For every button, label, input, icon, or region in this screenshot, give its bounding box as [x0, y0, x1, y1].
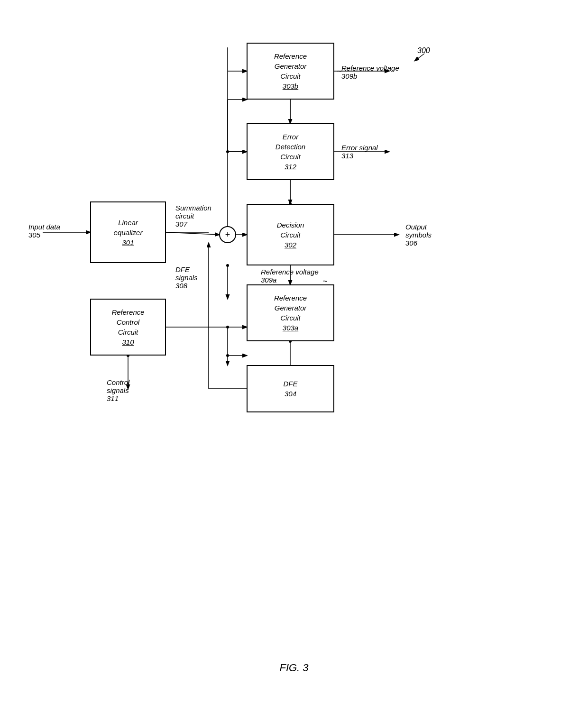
label-error-signal-313: Error signal313 [341, 144, 378, 160]
svg-point-21 [226, 264, 229, 267]
label-ref-voltage-309b: Reference voltage309b [341, 64, 399, 80]
svg-line-2 [166, 232, 219, 235]
block-ref-ctrl-310: ReferenceControlCircuit310 [90, 299, 166, 356]
block-ref-gen-303a-label: ReferenceGeneratorCircuit303a [274, 293, 307, 333]
fig-label: FIG. 3 [279, 662, 308, 674]
block-ref-ctrl-310-label: ReferenceControlCircuit310 [111, 307, 144, 347]
svg-point-11 [226, 150, 229, 153]
label-ref-voltage-309a: Reference voltage309a [261, 268, 319, 284]
block-decision-302: DecisionCircuit302 [247, 204, 334, 265]
svg-point-27 [226, 326, 229, 329]
diagram-container: ReferenceGeneratorCircuit303b ErrorDetec… [28, 19, 550, 446]
summation-circle: + [219, 226, 236, 243]
block-dfe-304-label: DFE304 [284, 379, 298, 399]
block-error-detect-312-label: ErrorDetectionCircuit312 [276, 132, 305, 172]
svg-line-37 [415, 54, 424, 61]
tilde-309b: ~ [337, 66, 342, 76]
svg-point-36 [226, 354, 229, 357]
label-summation-circuit: Summationcircuit307 [175, 204, 211, 228]
block-ref-gen-303b-label: ReferenceGeneratorCircuit303b [274, 51, 307, 91]
block-error-detect-312: ErrorDetectionCircuit312 [247, 123, 334, 180]
tilde-309a: ~ [322, 276, 328, 286]
block-ref-gen-303b: ReferenceGeneratorCircuit303b [247, 43, 334, 100]
block-linear-eq-301: Linearequalizer301 [90, 201, 166, 263]
label-dfe-signals: DFEsignals308 [175, 265, 198, 290]
block-linear-eq-301-label: Linearequalizer301 [114, 218, 143, 247]
arrow-300 [413, 51, 427, 63]
block-ref-gen-303a: ReferenceGeneratorCircuit303a [247, 284, 334, 341]
block-dfe-304: DFE304 [247, 365, 334, 412]
label-input-data: Input data305 [28, 223, 60, 239]
label-output-symbols: Outputsymbols306 [405, 223, 432, 247]
label-control-signals: Controlsignals311 [107, 378, 129, 402]
block-decision-302-label: DecisionCircuit302 [277, 220, 304, 250]
